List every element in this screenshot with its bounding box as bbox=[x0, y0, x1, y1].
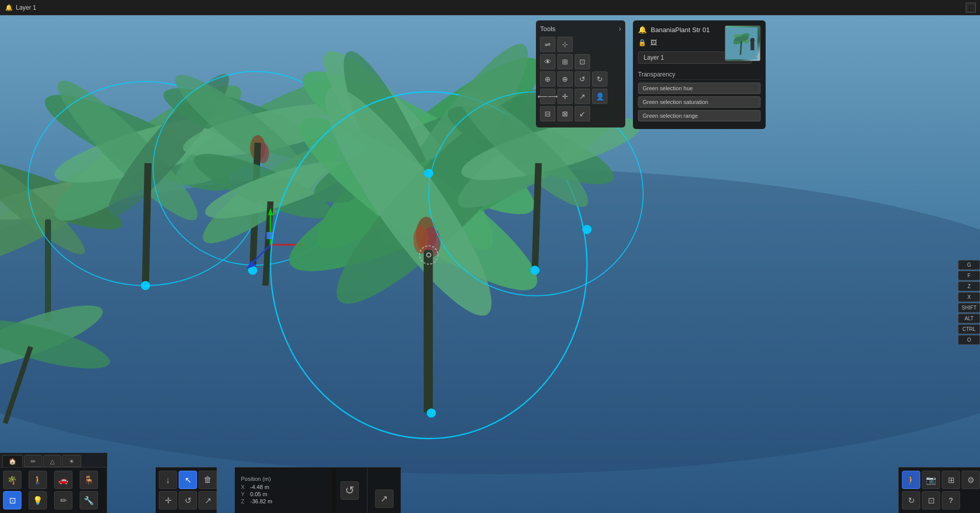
grid-tool-btn[interactable]: ⊞ bbox=[557, 54, 573, 69]
x-label: X bbox=[241, 484, 247, 490]
tools-panel-expand[interactable]: › bbox=[619, 24, 621, 33]
bbox-tool-btn[interactable]: ⊟ bbox=[540, 106, 555, 121]
move-tool-btn[interactable]: ✛ bbox=[557, 89, 573, 104]
svg-point-71 bbox=[750, 38, 755, 42]
edit-tab[interactable]: ✏ bbox=[24, 455, 42, 467]
svg-point-54 bbox=[583, 225, 591, 234]
eye-tool-btn[interactable]: 👁 bbox=[540, 54, 555, 69]
key-alt[interactable]: ALT bbox=[958, 314, 980, 323]
toolbar-undo-area: ↺ bbox=[332, 467, 368, 513]
lock-icon[interactable]: 🔒 bbox=[638, 39, 646, 46]
light-tool-btn[interactable]: 💡 bbox=[29, 491, 47, 509]
key-f[interactable]: F bbox=[958, 271, 980, 280]
viewport[interactable]: Tools › ⇌ ⊹ 👁 ⊞ ⊡ ⊕ ⊕ ↺ ↻ ⟵⟶ ✛ ↗ 👤 bbox=[0, 15, 980, 513]
scene-canvas bbox=[0, 15, 980, 513]
asset-name: BananiaPlant Str 01 bbox=[651, 26, 710, 34]
delete-btn[interactable]: 🗑 bbox=[199, 471, 217, 489]
path-tool-btn[interactable]: ⟵⟶ bbox=[540, 89, 555, 104]
svg-point-47 bbox=[413, 225, 429, 254]
svg-point-52 bbox=[427, 409, 435, 417]
toolbar-position: Position (m) X -4.48 m Y 0.05 m Z -36.82… bbox=[235, 467, 337, 513]
svg-line-12 bbox=[145, 163, 148, 286]
z-value: -36.82 m bbox=[250, 498, 272, 504]
green-saturation-button[interactable]: Green selection saturation bbox=[638, 96, 761, 108]
toolbar-gap bbox=[107, 467, 156, 513]
person-view-btn[interactable]: 🚶 bbox=[902, 471, 920, 489]
green-hue-button[interactable]: Green selection hue bbox=[638, 83, 761, 94]
key-o[interactable]: O bbox=[958, 335, 980, 345]
key-x[interactable]: X bbox=[958, 292, 980, 302]
vehicle-tool-btn[interactable]: 🚗 bbox=[54, 471, 72, 489]
rotate-view-btn[interactable]: ↻ bbox=[902, 491, 920, 509]
furniture-tool-btn[interactable]: 🪑 bbox=[80, 471, 98, 489]
select-btn[interactable]: ↖ bbox=[179, 471, 197, 489]
key-g[interactable]: G bbox=[958, 260, 980, 270]
x-value: -4.48 m bbox=[250, 484, 269, 490]
bbox2-tool-btn[interactable]: ⊠ bbox=[557, 106, 573, 121]
weather-tab[interactable]: ☀ bbox=[62, 455, 81, 467]
move-btn[interactable]: ✛ bbox=[159, 491, 177, 509]
svg-point-60 bbox=[531, 266, 539, 274]
keyboard-shortcuts: G F Z X SHIFT ALT CTRL O bbox=[958, 260, 980, 345]
undo-tool-btn[interactable]: ↺ bbox=[575, 71, 590, 87]
frame-view-btn[interactable]: ⊡ bbox=[922, 491, 940, 509]
toolbar-expand-area: ↗ bbox=[368, 467, 401, 513]
rotate-btn[interactable]: ↺ bbox=[179, 491, 197, 509]
toolbar-left: 🌴 🚶 🚗 🪑 ⊡ 💡 ✏ 🔧 bbox=[0, 467, 107, 513]
svg-line-59 bbox=[535, 163, 538, 270]
props-panel: 🔔 BananiaPlant Str 01 8 bbox=[633, 20, 766, 129]
scale-btn[interactable]: ↗ bbox=[199, 491, 217, 509]
tools-panel: Tools › ⇌ ⊹ 👁 ⊞ ⊡ ⊕ ⊕ ↺ ↻ ⟵⟶ ✛ ↗ 👤 bbox=[536, 20, 625, 127]
svg-rect-6 bbox=[45, 219, 51, 321]
curve-tool-btn[interactable]: ↙ bbox=[575, 106, 590, 121]
grid-view-btn[interactable]: ⊞ bbox=[942, 471, 960, 489]
layer-icon: 🔔 bbox=[5, 4, 13, 11]
topbar: 🔔 Layer 1 □ bbox=[0, 0, 980, 15]
expand-view-btn[interactable]: ↗ bbox=[375, 490, 394, 508]
brush-tool-btn[interactable]: ✏ bbox=[54, 491, 72, 509]
link2-tool-btn[interactable]: ⊹ bbox=[557, 37, 573, 52]
position-title: Position (m) bbox=[241, 476, 330, 482]
drop-btn[interactable]: ↓ bbox=[159, 471, 177, 489]
asset-preview: 8 bbox=[725, 25, 761, 61]
plant-tool-btn[interactable]: 🌴 bbox=[3, 471, 21, 489]
add-tool-btn[interactable]: ⊕ bbox=[540, 71, 555, 87]
tools-panel-title: Tools bbox=[540, 25, 555, 33]
key-z[interactable]: Z bbox=[958, 281, 980, 291]
camera-view-btn[interactable]: 📷 bbox=[922, 471, 940, 489]
help-view-btn[interactable]: ? bbox=[942, 491, 960, 509]
br-toolbar: 🚶 📷 ⊞ ⚙ ↻ ⊡ ? bbox=[898, 467, 980, 513]
undo-action-btn[interactable]: ↺ bbox=[340, 481, 359, 500]
person-tool-btn[interactable]: 🚶 bbox=[29, 471, 47, 489]
y-value: 0.05 m bbox=[250, 491, 267, 497]
select-box-btn[interactable]: ⊡ bbox=[3, 491, 21, 509]
mode-tabs-row: 🏠 ✏ △ ☀ bbox=[0, 453, 107, 467]
image-icon[interactable]: 🖼 bbox=[650, 39, 657, 46]
layer-title: Layer 1 bbox=[16, 4, 36, 11]
redo-tool-btn[interactable]: ↻ bbox=[592, 71, 607, 87]
transparency-label: Transparency bbox=[638, 70, 761, 80]
green-range-button[interactable]: Green selection range bbox=[638, 110, 761, 121]
svg-line-69 bbox=[741, 41, 742, 55]
link-tool-btn[interactable]: ⇌ bbox=[540, 37, 555, 52]
add2-tool-btn[interactable]: ⊕ bbox=[557, 71, 573, 87]
y-label: Y bbox=[241, 491, 247, 497]
svg-rect-48 bbox=[424, 250, 433, 413]
wrench-tool-btn[interactable]: 🔧 bbox=[80, 491, 98, 509]
frame-tool-btn[interactable]: ⊡ bbox=[575, 54, 590, 69]
person-tool-btn[interactable]: 👤 bbox=[592, 89, 607, 104]
arrow-tool-btn[interactable]: ↗ bbox=[575, 89, 590, 104]
terrain-tab[interactable]: △ bbox=[43, 455, 61, 467]
close-button[interactable]: □ bbox=[966, 3, 976, 13]
key-shift[interactable]: SHIFT bbox=[958, 303, 980, 313]
settings-view-btn[interactable]: ⚙ bbox=[962, 471, 980, 489]
key-ctrl[interactable]: CTRL bbox=[958, 324, 980, 334]
z-label: Z bbox=[241, 498, 247, 504]
asset-bell-icon: 🔔 bbox=[638, 25, 647, 34]
toolbar-middle: ↓ ↖ 🗑 ✛ ↺ ↗ bbox=[156, 467, 217, 513]
home-tab[interactable]: 🏠 bbox=[2, 455, 23, 467]
